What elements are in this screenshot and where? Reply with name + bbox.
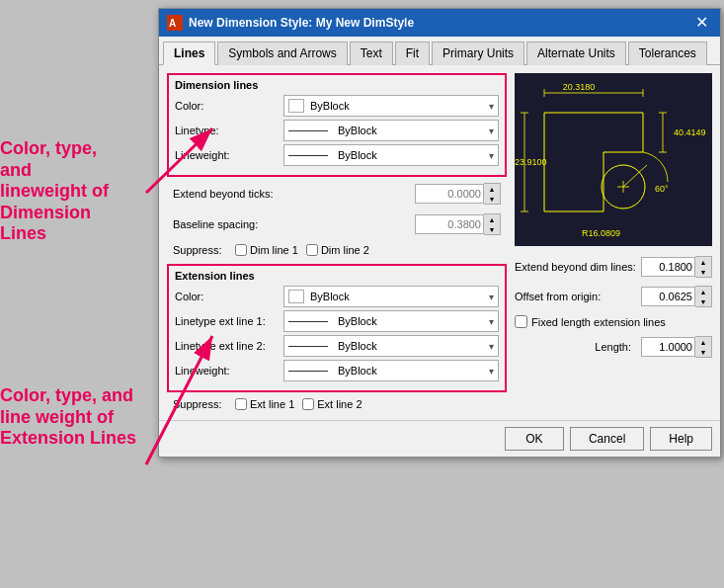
dim-color-label: Color:: [175, 100, 283, 112]
baseline-spacing-spin: ▲ ▼: [484, 213, 501, 235]
suppress-ext-label: Suppress:: [173, 398, 227, 410]
right-panel: 20.3180 40.4149 23.9100 60° R16.0809 Ext…: [515, 73, 712, 412]
dim-color-dropdown[interactable]: ByBlock ▾: [283, 95, 499, 117]
ext-linetype2-label: Linetype ext line 2:: [175, 340, 283, 352]
dimension-lines-title: Dimension lines: [175, 79, 499, 91]
close-button[interactable]: ✕: [691, 13, 712, 33]
ext-color-swatch: [288, 290, 304, 303]
offset-origin-label: Offset from origin:: [515, 291, 641, 302]
ext-lineweight-line: [288, 371, 328, 372]
length-down[interactable]: ▼: [695, 347, 711, 357]
fixed-length-row: Fixed length extension lines: [515, 315, 712, 328]
extend-beyond-dim-label: Extend beyond dim lines:: [515, 261, 641, 273]
dim-linetype-label: Linetype:: [175, 125, 283, 136]
length-up[interactable]: ▲: [695, 337, 711, 347]
tab-symbols-arrows[interactable]: Symbols and Arrows: [217, 42, 347, 65]
ext-linetype1-line: [288, 321, 328, 322]
svg-text:23.9100: 23.9100: [515, 157, 547, 167]
baseline-spacing-field[interactable]: [415, 214, 484, 234]
offset-origin-up[interactable]: ▲: [695, 287, 711, 296]
svg-text:A: A: [169, 18, 176, 29]
title-bar: A New Dimension Style: My New DimStyle ✕: [159, 9, 720, 37]
extend-beyond-up[interactable]: ▲: [484, 184, 500, 194]
ext-line2-label: Ext line 2: [317, 398, 362, 410]
dialog-wrapper: Color, type, and lineweight of Dimension…: [0, 0, 724, 588]
extend-beyond-dim-field[interactable]: [641, 257, 695, 277]
dim-linetype-line: [288, 130, 328, 131]
title-bar-left: A New Dimension Style: My New DimStyle: [167, 15, 414, 31]
dim-color-swatch: [288, 99, 304, 113]
offset-origin-input: ▲ ▼: [641, 286, 712, 307]
extension-lines-title: Extension lines: [175, 270, 499, 282]
tab-primary-units[interactable]: Primary Units: [432, 42, 524, 65]
offset-origin-field[interactable]: [641, 287, 695, 306]
baseline-spacing-row: Baseline spacing: ▲ ▼: [167, 213, 507, 235]
ext-color-arrow: ▾: [489, 292, 494, 302]
dim-line2-label: Dim line 2: [321, 244, 369, 256]
length-label: Length:: [595, 341, 631, 353]
ext-linetype1-arrow: ▾: [489, 316, 494, 327]
ext-color-label: Color:: [175, 291, 283, 302]
app-icon: A: [167, 15, 183, 31]
extend-beyond-dim-row: Extend beyond dim lines: ▲ ▼: [515, 256, 712, 278]
tab-bar: Lines Symbols and Arrows Text Fit Primar…: [159, 37, 720, 65]
dim-lineweight-dropdown[interactable]: ByBlock ▾: [283, 144, 499, 166]
dim-linetype-dropdown[interactable]: ByBlock ▾: [283, 120, 499, 141]
tab-alternate-units[interactable]: Alternate Units: [526, 42, 626, 65]
offset-origin-row: Offset from origin: ▲ ▼: [515, 286, 712, 307]
help-button[interactable]: Help: [650, 427, 712, 451]
dim-lineweight-line: [288, 155, 328, 156]
ext-linetype1-dropdown[interactable]: ByBlock ▾: [283, 310, 499, 332]
dim-color-arrow: ▾: [489, 101, 494, 112]
baseline-spacing-down[interactable]: ▼: [484, 224, 500, 234]
extend-beyond-label: Extend beyond ticks:: [173, 188, 415, 200]
dim-lineweight-label: Lineweight:: [175, 149, 283, 161]
extend-beyond-row: Extend beyond ticks: ▲ ▼: [167, 183, 507, 205]
extend-beyond-dim-input: ▲ ▼: [641, 256, 712, 278]
ext-line1-checkbox[interactable]: [235, 398, 247, 410]
ext-lineweight-row: Lineweight: ByBlock ▾: [175, 360, 499, 381]
cancel-button[interactable]: Cancel: [570, 427, 644, 451]
fixed-length-checkbox[interactable]: [515, 315, 527, 328]
ext-lineweight-dropdown[interactable]: ByBlock ▾: [283, 360, 499, 381]
suppress-ext-row: Suppress: Ext line 1 Ext line 2: [167, 398, 507, 410]
extend-beyond-dim-up[interactable]: ▲: [695, 257, 711, 267]
svg-text:R16.0809: R16.0809: [582, 228, 620, 238]
preview-box: 20.3180 40.4149 23.9100 60° R16.0809: [515, 73, 712, 246]
ok-button[interactable]: OK: [505, 427, 564, 451]
length-field[interactable]: [641, 337, 695, 357]
extend-beyond-field[interactable]: [415, 184, 484, 204]
dim-line2-checkbox[interactable]: [306, 244, 318, 256]
tab-tolerances[interactable]: Tolerances: [628, 42, 707, 65]
dim-linetype-arrow: ▾: [489, 126, 494, 136]
baseline-spacing-up[interactable]: ▲: [484, 214, 500, 224]
dim-lineweight-arrow: ▾: [489, 150, 494, 161]
length-spin: ▲ ▼: [695, 336, 712, 358]
svg-text:20.3180: 20.3180: [563, 82, 596, 92]
ext-line1-checkbox-item: Ext line 1: [235, 398, 294, 410]
ext-color-dropdown[interactable]: ByBlock ▾: [283, 286, 499, 307]
ext-linetype1-row: Linetype ext line 1: ByBlock ▾: [175, 310, 499, 332]
extend-beyond-down[interactable]: ▼: [484, 194, 500, 204]
preview-svg: 20.3180 40.4149 23.9100 60° R16.0809: [515, 73, 712, 246]
dim-line1-checkbox[interactable]: [235, 244, 247, 256]
dim-line1-checkbox-item: Dim line 1: [235, 244, 298, 256]
ext-lineweight-label: Lineweight:: [175, 365, 283, 377]
dim-line2-checkbox-item: Dim line 2: [306, 244, 369, 256]
length-row: Length: ▲ ▼: [515, 336, 712, 358]
tab-fit[interactable]: Fit: [395, 42, 430, 65]
ext-linetype2-arrow: ▾: [489, 341, 494, 352]
dim-linetype-row: Linetype: ByBlock ▾: [175, 120, 499, 141]
tab-text[interactable]: Text: [350, 42, 393, 65]
offset-origin-down[interactable]: ▼: [695, 296, 711, 306]
ext-line2-checkbox[interactable]: [302, 398, 314, 410]
ext-line1-label: Ext line 1: [250, 398, 294, 410]
tab-lines[interactable]: Lines: [163, 42, 215, 65]
ext-linetype2-dropdown[interactable]: ByBlock ▾: [283, 335, 499, 357]
suppress-dim-label: Suppress:: [173, 244, 227, 256]
dialog-title: New Dimension Style: My New DimStyle: [189, 16, 414, 30]
dialog-footer: OK Cancel Help: [159, 420, 720, 457]
baseline-spacing-input: ▲ ▼: [415, 213, 501, 235]
extend-beyond-dim-down[interactable]: ▼: [695, 267, 711, 277]
extend-beyond-spin: ▲ ▼: [484, 183, 501, 205]
